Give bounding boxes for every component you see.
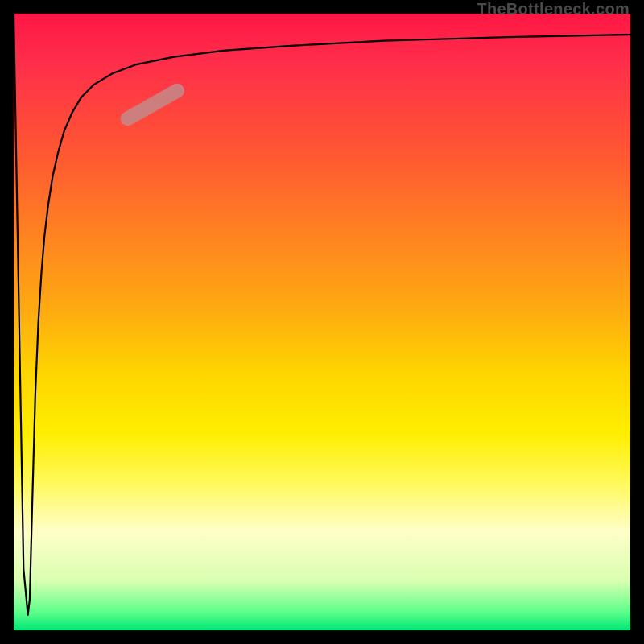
highlight-marker: [128, 91, 177, 118]
bottleneck-curve: [14, 14, 630, 615]
watermark-text: TheBottleneck.com: [477, 0, 630, 19]
svg-line-0: [128, 91, 177, 118]
chart-svg: [14, 14, 630, 630]
chart-container: TheBottleneck.com: [0, 0, 644, 644]
